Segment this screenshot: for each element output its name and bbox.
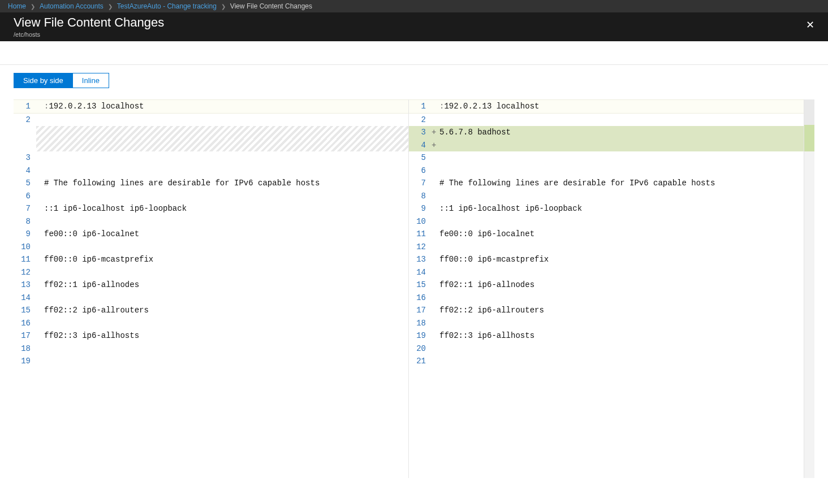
- line-number: 13: [409, 253, 432, 266]
- line-content: [43, 241, 408, 254]
- line-content: :192.0.2.13 localhost: [43, 100, 408, 113]
- diff-row: 9::1 ip6-localhost ip6-loopback: [409, 202, 804, 215]
- line-number: 12: [409, 241, 432, 254]
- diff-row: 7# The following lines are desirable for…: [409, 177, 804, 190]
- line-marker: [36, 329, 43, 342]
- line-content: [438, 215, 804, 228]
- line-marker: [432, 164, 438, 177]
- diff-row: 21: [409, 355, 804, 368]
- line-marker: [432, 215, 438, 228]
- line-content: [43, 292, 408, 305]
- line-content: # The following lines are desirable for …: [438, 177, 804, 190]
- diff-row: 6: [409, 164, 804, 177]
- diff-row: 12: [14, 266, 408, 279]
- line-content: [438, 355, 804, 368]
- line-number: [14, 139, 36, 152]
- line-number: 18: [14, 342, 36, 355]
- line-marker: [36, 164, 43, 177]
- line-number: 12: [14, 266, 36, 279]
- line-content: fe00::0 ip6-localnet: [43, 228, 408, 241]
- side-by-side-button[interactable]: Side by side: [14, 73, 72, 88]
- line-marker: [36, 228, 43, 241]
- chevron-right-icon: ❯: [108, 3, 113, 10]
- line-marker: [432, 202, 438, 215]
- line-number: 18: [409, 317, 432, 330]
- inline-button[interactable]: Inline: [72, 73, 109, 88]
- diff-row: 11fe00::0 ip6-localnet: [409, 228, 804, 241]
- diff-row: 15ff02::2 ip6-allrouters: [14, 304, 408, 317]
- line-number: 3: [409, 126, 432, 139]
- line-number: 8: [14, 215, 36, 228]
- line-number: 2: [14, 114, 36, 127]
- line-marker: [36, 355, 43, 368]
- line-content: [438, 190, 804, 203]
- diff-row: 17ff02::3 ip6-allhosts: [14, 329, 408, 342]
- line-marker: [36, 215, 43, 228]
- line-number: 5: [14, 177, 36, 190]
- line-marker: [36, 292, 43, 305]
- line-marker: [432, 329, 438, 342]
- diff-row: [14, 139, 408, 152]
- line-content: :192.0.2.13 localhost: [438, 100, 804, 113]
- line-number: 10: [14, 241, 36, 254]
- diff-row: 10: [409, 215, 804, 228]
- line-number: 7: [14, 202, 36, 215]
- diff-row: 3: [14, 151, 408, 164]
- line-marker: [36, 100, 43, 113]
- line-marker: [432, 241, 438, 254]
- line-marker: [432, 100, 438, 113]
- line-marker: [36, 317, 43, 330]
- line-marker: +: [432, 126, 438, 139]
- line-number: 8: [409, 190, 432, 203]
- line-number: 15: [409, 279, 432, 292]
- breadcrumb-change-tracking[interactable]: TestAzureAuto - Change tracking: [117, 2, 217, 10]
- line-number: 16: [14, 317, 36, 330]
- line-number: 5: [409, 151, 432, 164]
- line-content: [438, 164, 804, 177]
- line-content: ff02::2 ip6-allrouters: [43, 304, 408, 317]
- diff-row: 2: [409, 114, 804, 127]
- diff-row: 2: [14, 114, 408, 127]
- line-content: [438, 342, 804, 355]
- diff-row: 8: [409, 190, 804, 203]
- minimap[interactable]: [804, 99, 814, 478]
- view-mode-toggle: Side by side Inline: [14, 73, 828, 88]
- line-number: 7: [409, 177, 432, 190]
- line-marker: [432, 304, 438, 317]
- diff-row: 14: [409, 266, 804, 279]
- diff-row: 17ff02::2 ip6-allrouters: [409, 304, 804, 317]
- diff-row: 13ff00::0 ip6-mcastprefix: [409, 253, 804, 266]
- diff-row: 5# The following lines are desirable for…: [14, 177, 408, 190]
- line-marker: +: [432, 139, 438, 152]
- close-icon[interactable]: ✕: [800, 15, 820, 34]
- line-content: ff02::2 ip6-allrouters: [438, 304, 804, 317]
- line-marker: [36, 126, 43, 139]
- diff-row: 3+5.6.7.8 badhost: [409, 126, 804, 139]
- line-content: ff00::0 ip6-mcastprefix: [43, 253, 408, 266]
- line-marker: [36, 190, 43, 203]
- line-number: 9: [14, 228, 36, 241]
- line-content: [43, 114, 408, 127]
- line-marker: [432, 317, 438, 330]
- line-content: ::1 ip6-localhost ip6-loopback: [438, 202, 804, 215]
- line-marker: [432, 292, 438, 305]
- line-content: [43, 151, 408, 164]
- line-marker: [432, 228, 438, 241]
- line-content: ff02::3 ip6-allhosts: [43, 329, 408, 342]
- line-content: [43, 266, 408, 279]
- line-marker: [36, 202, 43, 215]
- line-content: [43, 126, 408, 139]
- diff-row: 7::1 ip6-localhost ip6-loopback: [14, 202, 408, 215]
- line-content: # The following lines are desirable for …: [43, 177, 408, 190]
- line-content: fe00::0 ip6-localnet: [438, 228, 804, 241]
- line-content: [438, 139, 804, 152]
- line-marker: [36, 304, 43, 317]
- line-marker: [432, 342, 438, 355]
- line-number: 14: [14, 292, 36, 305]
- breadcrumb: Home ❯ Automation Accounts ❯ TestAzureAu…: [0, 0, 828, 12]
- breadcrumb-home[interactable]: Home: [8, 2, 26, 10]
- breadcrumb-automation-accounts[interactable]: Automation Accounts: [40, 2, 104, 10]
- line-marker: [36, 114, 43, 127]
- line-content: [43, 342, 408, 355]
- line-content: ff02::3 ip6-allhosts: [438, 329, 804, 342]
